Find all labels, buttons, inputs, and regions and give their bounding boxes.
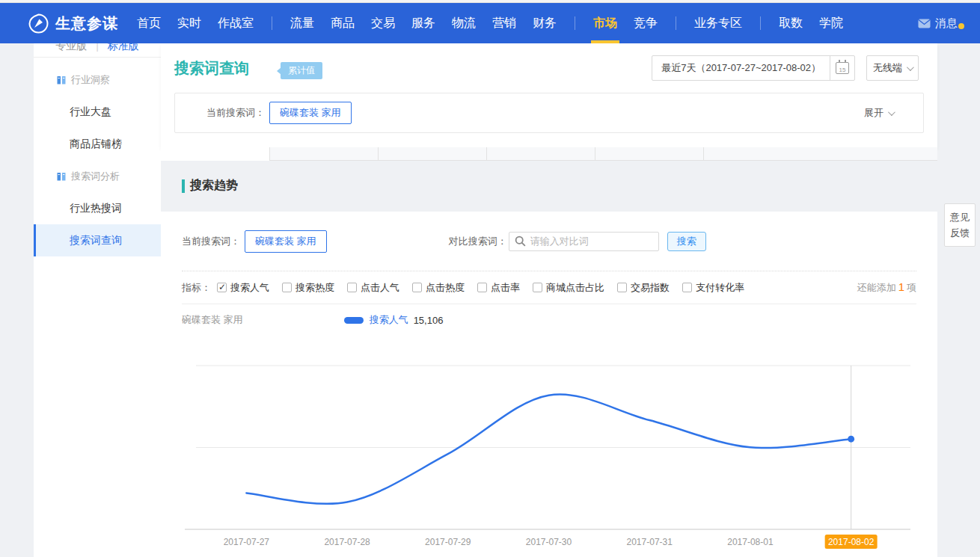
hidden-tab[interactable] (161, 147, 269, 161)
metric-checkbox-click-heat[interactable]: 点击热度 (412, 281, 465, 295)
chevron-down-icon (888, 108, 895, 116)
nav-item-business-zone[interactable]: 业务专区 (686, 3, 750, 43)
messages-button[interactable]: 消息 (918, 16, 958, 31)
hidden-tab[interactable] (486, 147, 595, 161)
current-term-label: 当前搜索词： (206, 106, 265, 120)
brand-name: 生意参谋 (55, 13, 118, 34)
hidden-tab[interactable] (269, 147, 378, 161)
metrics-label: 指标： (182, 281, 211, 295)
hidden-tab[interactable] (378, 147, 486, 161)
calendar-button[interactable]: 15 (830, 56, 854, 80)
chevron-down-icon (907, 64, 914, 71)
nav-item-warroom[interactable]: 作战室 (209, 3, 262, 43)
checkbox-icon[interactable] (533, 283, 542, 292)
nav-divider (676, 16, 676, 30)
metric-checkbox-click-popularity[interactable]: 点击人气 (347, 281, 399, 295)
report-book-icon (56, 75, 67, 85)
nav-divider (760, 16, 761, 30)
nav-item-academy[interactable]: 学院 (811, 3, 851, 43)
metric-checkbox-click-rate[interactable]: 点击率 (477, 281, 520, 295)
nav-item-service[interactable]: 服务 (403, 3, 444, 43)
nav-item-goods[interactable]: 商品 (322, 3, 363, 43)
section-accent-bar (182, 179, 185, 193)
checkbox-icon[interactable] (682, 283, 692, 292)
expand-button[interactable]: 展开 (864, 106, 893, 120)
sidebar-item-shop-ranking[interactable]: 商品店铺榜 (34, 128, 161, 160)
current-term-label: 当前搜索词： (182, 235, 240, 248)
checkbox-icon[interactable] (347, 283, 357, 292)
date-range-picker[interactable]: 最近7天（2017-07-27~2017-08-02） 15 (652, 55, 855, 81)
search-button[interactable]: 搜索 (667, 232, 706, 251)
tab-standard-version[interactable]: 标准版 (108, 43, 139, 52)
page: 生意参谋 首页 实时 作战室 流量 商品 交易 服务 物流 营销 财务 市场 竞… (0, 0, 980, 557)
nav-divider (272, 16, 272, 30)
sidebar-item-industry-board[interactable]: 行业大盘 (34, 96, 161, 128)
nav-item-competition[interactable]: 竞争 (625, 3, 666, 43)
hidden-tab[interactable] (703, 147, 937, 161)
metric-checkbox-search-popularity[interactable]: 搜索人气 (217, 281, 269, 295)
checkbox-icon[interactable] (617, 283, 627, 292)
nav-item-logistics[interactable]: 物流 (444, 3, 484, 43)
date-range-text[interactable]: 最近7天（2017-07-27~2017-08-02） (652, 56, 830, 80)
nav-item-data-fetch[interactable]: 取数 (771, 3, 811, 43)
top-nav: 生意参谋 首页 实时 作战室 流量 商品 交易 服务 物流 营销 财务 市场 竞… (0, 3, 980, 43)
nav-item-realtime[interactable]: 实时 (169, 3, 209, 43)
sidebar: 专业版 | 标准版 行业洞察 行业大盘 商品店铺榜 (34, 43, 161, 557)
legend-row: 碗碟套装 家用 搜索人气 15,106 (182, 309, 916, 331)
svg-text:2017-07-29: 2017-07-29 (425, 537, 471, 547)
report-book-icon (56, 171, 67, 182)
nav-item-finance[interactable]: 财务 (524, 3, 565, 43)
cumulative-badge: 累计值 (281, 62, 322, 79)
metric-checkbox-search-heat[interactable]: 搜索热度 (282, 281, 334, 295)
brand[interactable]: 生意参谋 (28, 3, 118, 43)
messages-label: 消息 (935, 16, 958, 31)
version-tabs: 专业版 | 标准版 (34, 43, 161, 58)
tab-pro-version[interactable]: 专业版 (55, 43, 87, 52)
compare-term-input[interactable] (509, 232, 659, 251)
metric-checkbox-trade-index[interactable]: 交易指数 (617, 281, 670, 295)
trend-chart[interactable]: 2017-07-272017-07-282017-07-292017-07-30… (161, 351, 937, 557)
nav-item-marketing[interactable]: 营销 (484, 3, 524, 43)
sidebar-item-hot-search-words[interactable]: 行业热搜词 (34, 192, 161, 224)
device-select[interactable]: 无线端 (866, 55, 919, 81)
svg-text:2017-08-01: 2017-08-01 (727, 537, 774, 547)
page-title: 搜索词查询 (174, 58, 249, 79)
metric-checkbox-pay-conversion[interactable]: 支付转化率 (682, 281, 744, 295)
nav-item-traffic[interactable]: 流量 (282, 3, 322, 43)
search-trend-card: 当前搜索词： 碗碟套装 家用 对比搜索词： 搜索 指标： 搜索 (161, 212, 937, 557)
feedback-button[interactable]: 意见 反馈 (944, 203, 976, 247)
notification-dot (958, 23, 964, 29)
checkbox-icon[interactable] (477, 283, 487, 292)
sidebar-item-search-word-query[interactable]: 搜索词查询 (34, 224, 161, 256)
checkbox-icon[interactable] (217, 283, 227, 292)
current-term-tag[interactable]: 碗碟套装 家用 (269, 102, 352, 124)
svg-text:2017-07-28: 2017-07-28 (324, 537, 370, 547)
sidebar-section-label: 行业洞察 (71, 73, 110, 87)
metric-checkbox-mall-click-share[interactable]: 商城点击占比 (533, 281, 604, 295)
add-more-hint: 还能添加1项 (857, 280, 916, 295)
envelope-icon (918, 19, 931, 28)
version-tab-divider: | (96, 43, 99, 52)
current-term-tag[interactable]: 碗碟套装 家用 (245, 230, 327, 253)
legend-term: 碗碟套装 家用 (182, 313, 243, 327)
svg-text:2017-08-02: 2017-08-02 (828, 537, 875, 547)
sidebar-section-search-analysis: 搜索词分析 (34, 160, 161, 192)
nav-item-home[interactable]: 首页 (129, 3, 169, 43)
trend-query-row: 当前搜索词： 碗碟套装 家用 对比搜索词： 搜索 (182, 212, 916, 271)
metrics-row: 指标： 搜索人气 搜索热度 点击人气 (182, 271, 916, 304)
checkbox-icon[interactable] (412, 283, 422, 292)
sidebar-section-label: 搜索词分析 (71, 170, 120, 183)
nav-divider (575, 16, 575, 30)
hidden-tab[interactable] (595, 147, 703, 161)
sidebar-section-industry-insight: 行业洞察 (34, 64, 161, 96)
nav-item-trade[interactable]: 交易 (363, 3, 403, 43)
checkbox-icon[interactable] (282, 283, 292, 292)
compass-icon (28, 13, 49, 34)
svg-text:2017-07-30: 2017-07-30 (526, 537, 572, 547)
nav-item-market-active[interactable]: 市场 (585, 3, 625, 43)
compare-term-label: 对比搜索词： (449, 235, 507, 248)
legend-line-icon[interactable] (344, 317, 364, 324)
legend-metric[interactable]: 搜索人气 (370, 313, 408, 327)
main-content: 搜索词查询 累计值 最近7天（2017-07-27~2017-08-02） 15… (161, 43, 937, 147)
magnifier-icon (515, 236, 526, 247)
